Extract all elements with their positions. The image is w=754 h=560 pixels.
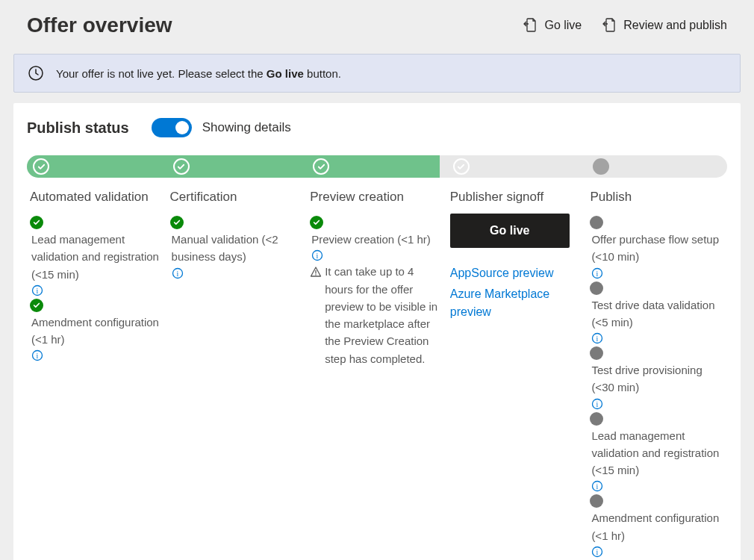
task-preview-creation: Preview creation (<1 hr) i (310, 214, 443, 261)
stage-title: Publish (590, 190, 723, 205)
note-text: It can take up to 4 hours for the offer … (325, 263, 443, 367)
svg-text:i: i (596, 547, 599, 556)
svg-text:i: i (37, 286, 39, 294)
check-icon (310, 216, 323, 229)
header-actions: Go live Review and publish (523, 18, 727, 33)
stage-certification: Certification Manual validation (<2 busi… (167, 187, 308, 560)
details-toggle[interactable] (152, 118, 192, 137)
publish-icon (523, 18, 537, 33)
check-icon (170, 216, 184, 229)
pending-icon (593, 158, 609, 175)
go-live-action[interactable]: Go live (523, 18, 582, 33)
pending-icon (590, 216, 603, 229)
svg-text:i: i (596, 399, 599, 408)
svg-text:i: i (317, 252, 319, 260)
review-publish-action[interactable]: Review and publish (602, 18, 727, 33)
go-live-label: Go live (544, 19, 582, 32)
stop-automated (27, 155, 167, 178)
task-amendment-pub: Amendment configuration (<1 hr) i (590, 492, 723, 558)
task-amendment-config: Amendment configuration (<1 hr) i (30, 296, 163, 362)
stage-title: Automated validation (30, 190, 163, 205)
info-icon[interactable]: i (31, 284, 43, 296)
stage-signoff: Publisher signoff Go live AppSource prev… (447, 187, 588, 560)
task-label: Offer purchase flow setup (<10 min) (590, 231, 723, 266)
task-label: Manual validation (<2 business days) (170, 231, 303, 266)
info-icon[interactable]: i (311, 249, 323, 261)
progress-bar (27, 155, 727, 178)
task-label: Amendment configuration (<1 hr) (30, 314, 163, 349)
appsource-preview-link[interactable]: AppSource preview (450, 264, 583, 282)
details-toggle-group: Showing details (152, 118, 291, 137)
info-icon[interactable]: i (31, 349, 43, 361)
go-live-button[interactable]: Go live (450, 214, 570, 248)
svg-text:i: i (596, 482, 599, 491)
stop-preview (307, 155, 447, 178)
stop-signoff (447, 155, 588, 178)
review-publish-label: Review and publish (623, 19, 727, 32)
check-icon (30, 216, 43, 229)
pending-icon (590, 494, 603, 508)
stage-publish: Publish Offer purchase flow setup (<10 m… (587, 187, 727, 560)
info-icon[interactable]: i (591, 267, 603, 279)
stage-title: Preview creation (310, 190, 443, 205)
task-manual-validation: Manual validation (<2 business days) i (170, 214, 303, 279)
info-icon[interactable]: i (591, 480, 603, 492)
content-panel: Publish status Showing details (13, 103, 741, 560)
stage-preview: Preview creation Preview creation (<1 hr… (307, 187, 447, 560)
task-label: Lead management validation and registrat… (590, 427, 723, 479)
svg-text:i: i (596, 335, 599, 343)
info-icon[interactable]: i (591, 546, 603, 558)
clock-icon (28, 65, 44, 81)
stop-publish (587, 155, 727, 178)
task-label: Test drive data validation (<5 min) (590, 296, 723, 332)
check-icon (453, 158, 470, 175)
stage-title: Publisher signoff (450, 190, 583, 205)
status-heading: Publish status (27, 119, 129, 137)
azure-marketplace-preview-link[interactable]: Azure Marketplace preview (450, 285, 583, 321)
task-offer-purchase: Offer purchase flow setup (<10 min) i (590, 214, 723, 279)
toggle-knob (175, 121, 189, 134)
warning-icon (310, 265, 322, 367)
preview-note: It can take up to 4 hours for the offer … (310, 263, 443, 367)
task-label: Amendment configuration (<1 hr) (590, 509, 723, 544)
pending-icon (590, 281, 603, 295)
banner-text-bold: Go live (267, 67, 304, 80)
banner-text-post: button. (304, 67, 341, 80)
info-banner: Your offer is not live yet. Please selec… (13, 54, 741, 93)
page-header: Offer overview Go live (0, 0, 754, 54)
publish-icon (602, 18, 616, 33)
details-toggle-label: Showing details (202, 120, 291, 135)
svg-text:i: i (37, 352, 39, 360)
task-label: Test drive provisioning (<30 min) (590, 361, 723, 396)
banner-text-pre: Your offer is not live yet. Please selec… (56, 67, 267, 80)
task-test-drive-data: Test drive data validation (<5 min) i (590, 279, 723, 345)
status-header: Publish status Showing details (24, 118, 730, 137)
stages: Automated validation Lead management val… (27, 187, 727, 560)
page-title: Offer overview (27, 13, 523, 37)
info-icon[interactable]: i (591, 332, 603, 344)
info-icon[interactable]: i (591, 398, 603, 410)
task-label: Preview creation (<1 hr) (310, 231, 431, 248)
progress-stops (27, 155, 727, 178)
svg-point-10 (315, 274, 317, 276)
check-icon (313, 158, 329, 175)
pending-icon (590, 346, 603, 360)
check-icon (33, 158, 49, 175)
svg-text:i: i (176, 269, 178, 277)
svg-text:i: i (596, 269, 599, 277)
task-lead-management: Lead management validation and registrat… (30, 214, 163, 296)
task-lead-management-pub: Lead management validation and registrat… (590, 410, 723, 493)
task-test-drive-prov: Test drive provisioning (<30 min) i (590, 344, 723, 410)
stage-title: Certification (170, 190, 303, 205)
check-icon (30, 299, 43, 312)
info-icon[interactable]: i (172, 267, 184, 279)
banner-text: Your offer is not live yet. Please selec… (56, 67, 341, 80)
stage-automated: Automated validation Lead management val… (27, 187, 167, 560)
pending-icon (590, 412, 603, 426)
stop-certification (167, 155, 308, 178)
task-label: Lead management validation and registrat… (30, 231, 163, 283)
check-icon (173, 158, 190, 175)
